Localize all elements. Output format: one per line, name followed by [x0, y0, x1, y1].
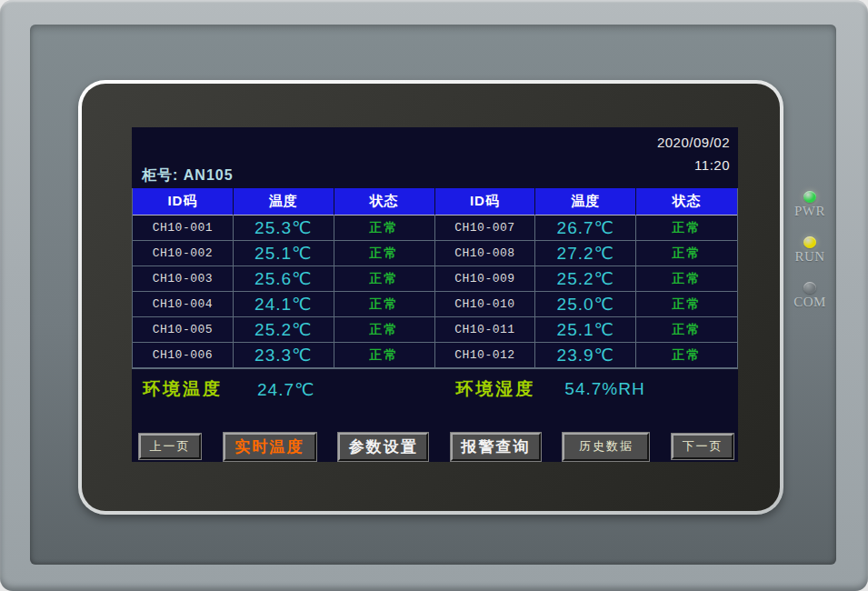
cell-status: 正常 [636, 317, 737, 343]
ambient-humidity-label: 环境湿度 [455, 377, 535, 401]
table-header-temp-right: 温度 [535, 188, 636, 215]
cell-temp: 24.1℃ [234, 292, 334, 317]
cell-id: CH10-001 [133, 215, 234, 241]
param-set-button[interactable]: 参数设置 [338, 433, 428, 461]
cell-temp: 27.2℃ [535, 241, 636, 266]
led-group-com: COM [793, 282, 826, 310]
cell-id: CH10-010 [435, 292, 536, 317]
cell-temp: 25.1℃ [234, 241, 334, 266]
cell-id: CH10-002 [133, 241, 234, 266]
cell-status: 正常 [334, 215, 435, 241]
cell-temp: 25.2℃ [234, 317, 334, 343]
led-group-pwr: PWR [794, 191, 825, 219]
ambient-humidity-value: 54.7%RH [564, 379, 644, 399]
cell-id: CH10-011 [435, 317, 536, 343]
cell-status: 正常 [334, 266, 435, 292]
cell-status: 正常 [636, 241, 737, 266]
cabinet-id-label: 柜号: AN105 [142, 166, 234, 185]
status-led-strip: PWRRUNCOM [783, 191, 836, 327]
alarm-query-button[interactable]: 报警查询 [451, 433, 541, 461]
cell-id: CH10-008 [435, 241, 536, 266]
pwr-led-icon [803, 191, 816, 203]
cell-status: 正常 [334, 343, 435, 368]
cell-status: 正常 [334, 317, 435, 343]
lcd-header: 2020/09/02 11:20 柜号: AN105 [132, 127, 738, 188]
cell-id: CH10-006 [133, 343, 234, 368]
time-text: 11:20 [657, 154, 730, 176]
ambient-row: 环境温度 24.7℃ 环境湿度 54.7%RH [132, 373, 738, 406]
table-header-temp-left: 温度 [234, 188, 334, 215]
cell-temp: 23.3℃ [234, 343, 334, 368]
cell-id: CH10-005 [133, 317, 234, 343]
hmi-device: 2020/09/02 11:20 柜号: AN105 ID码温度状态ID码温度状… [0, 0, 868, 591]
realtime-temp-button[interactable]: 实时温度 [224, 433, 316, 461]
table-header-status-right: 状态 [636, 188, 737, 215]
nav-button-bar: 上一页实时温度参数设置报警查询历史数据下一页 [139, 431, 733, 462]
cell-status: 正常 [636, 343, 737, 368]
ambient-temp-value: 24.7℃ [257, 379, 314, 400]
cell-status: 正常 [636, 266, 737, 292]
led-group-run: RUN [794, 236, 824, 265]
next-page-button[interactable]: 下一页 [672, 434, 733, 459]
cell-status: 正常 [636, 215, 737, 241]
run-led-icon [803, 236, 816, 248]
cell-temp: 25.3℃ [234, 215, 334, 241]
com-led-icon [803, 282, 816, 294]
cell-temp: 25.1℃ [535, 317, 636, 343]
cell-status: 正常 [334, 292, 435, 317]
cell-id: CH10-007 [435, 215, 536, 241]
cell-status: 正常 [334, 241, 435, 266]
com-led-label: COM [793, 295, 826, 310]
cell-id: CH10-004 [133, 292, 234, 317]
cell-id: CH10-003 [133, 266, 234, 292]
sensor-table: ID码温度状态ID码温度状态CH10-00125.3℃正常CH10-00726.… [132, 188, 738, 369]
run-led-label: RUN [794, 249, 824, 265]
cell-temp: 25.2℃ [535, 266, 636, 292]
ambient-temp-label: 环境温度 [143, 377, 223, 401]
date-text: 2020/09/02 [657, 131, 730, 154]
cell-temp: 23.9℃ [535, 343, 636, 368]
lcd-screen: 2020/09/02 11:20 柜号: AN105 ID码温度状态ID码温度状… [132, 127, 738, 462]
pwr-led-label: PWR [794, 204, 825, 219]
cell-id: CH10-012 [435, 343, 536, 368]
cell-temp: 25.6℃ [234, 266, 334, 292]
table-header-id-right: ID码 [435, 188, 536, 215]
prev-page-button[interactable]: 上一页 [139, 434, 201, 459]
cell-temp: 26.7℃ [535, 215, 636, 241]
table-header-status-left: 状态 [334, 188, 435, 215]
cell-status: 正常 [636, 292, 737, 317]
cell-id: CH10-009 [435, 266, 536, 292]
history-data-button[interactable]: 历史数据 [563, 433, 649, 461]
cell-temp: 25.0℃ [535, 292, 636, 317]
datetime: 2020/09/02 11:20 [657, 131, 730, 176]
table-header-id-left: ID码 [133, 188, 234, 215]
